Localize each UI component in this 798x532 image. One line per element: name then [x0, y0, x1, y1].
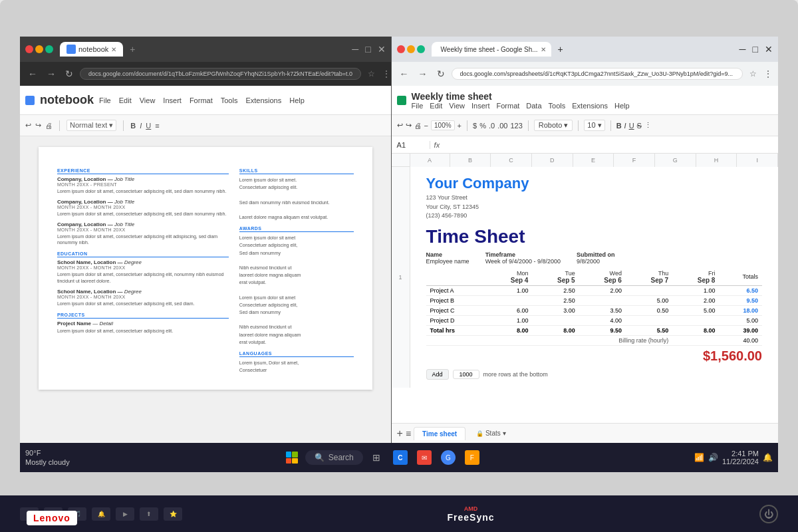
bottom-icon-4[interactable]: 🔔 — [92, 507, 110, 521]
taskbar-app-3[interactable]: G — [438, 447, 459, 468]
sheets-minimize[interactable]: ─ — [739, 44, 746, 55]
sheets-zoom-level[interactable]: 100% — [431, 120, 455, 130]
sheets-menu-extensions[interactable]: Extensions — [572, 102, 608, 110]
power-button[interactable]: ⏻ — [759, 505, 778, 523]
add-sheet-btn[interactable]: + — [397, 428, 403, 440]
taskbar-app-1[interactable]: C — [390, 447, 411, 468]
docs-min-btn[interactable] — [35, 45, 43, 53]
docs-menu-format[interactable]: Format — [190, 96, 213, 104]
sheets-menu-help[interactable]: Help — [614, 102, 630, 110]
sheets-percent-btn[interactable]: % — [479, 122, 486, 130]
sheets-max-btn[interactable] — [417, 45, 425, 53]
sheets-restore[interactable]: □ — [753, 44, 758, 55]
docs-bold-btn[interactable]: B — [130, 122, 136, 130]
docs-undo-icon[interactable]: ↩ — [25, 121, 31, 130]
docs-close-btn[interactable] — [25, 45, 33, 53]
docs-tab[interactable]: notebook ✕ — [60, 42, 123, 57]
cell-a1[interactable]: Your Company 123 Your Street Your City, … — [410, 167, 778, 388]
td-proj-b-tue: 2.50 — [532, 295, 579, 305]
docs-new-tab[interactable]: + — [130, 44, 135, 55]
ts-timeframe-value: Week of 9/4/2000 - 9/8/2000 — [485, 258, 561, 265]
docs-italic-btn[interactable]: I — [140, 122, 142, 130]
taskbar-search-bar[interactable]: 🔍 Search — [305, 450, 363, 465]
sheets-more-fmt[interactable]: ⋮ — [644, 121, 652, 130]
sheets-underline-btn[interactable]: U — [629, 122, 634, 130]
sheets-decimal-less[interactable]: .0 — [489, 122, 495, 130]
docs-underline-btn[interactable]: U — [146, 122, 151, 130]
sheets-bookmark-icon[interactable]: ☆ — [749, 69, 757, 78]
sheets-tab-close[interactable]: ✕ — [541, 46, 546, 53]
sheets-redo[interactable]: ↪ — [406, 121, 412, 130]
sheets-back-btn[interactable]: ← — [397, 67, 412, 80]
sheets-font-size[interactable]: 10 ▾ — [584, 120, 604, 131]
taskbar-notification-icon[interactable]: 🔔 — [763, 453, 773, 462]
sheets-menu-edit[interactable]: Edit — [430, 102, 442, 110]
docs-restore[interactable]: □ — [365, 44, 370, 55]
sheets-menu-format[interactable]: Format — [496, 102, 519, 110]
sheets-forward-btn[interactable]: → — [416, 67, 430, 80]
sheets-strikethrough-btn[interactable]: S — [637, 122, 642, 130]
docs-reload-btn[interactable]: ↻ — [63, 67, 76, 80]
sheets-zoom-in[interactable]: + — [458, 122, 462, 130]
sheets-menu-file[interactable]: File — [412, 102, 424, 110]
docs-tab-close[interactable]: ✕ — [111, 46, 116, 53]
start-btn[interactable] — [281, 447, 303, 468]
sheets-print[interactable]: 🖨 — [414, 122, 422, 130]
sheets-min-btn[interactable] — [407, 45, 415, 53]
sheet-tab-stats[interactable]: 🔒 Stats ▾ — [468, 427, 513, 440]
docs-menu-tools[interactable]: Tools — [221, 96, 238, 104]
docs-close[interactable]: ✕ — [378, 44, 386, 55]
bottom-icon-7[interactable]: ⭐ — [164, 507, 182, 521]
sheets-close[interactable]: ✕ — [765, 44, 773, 55]
docs-forward-btn[interactable]: → — [44, 67, 59, 80]
sheets-url-bar[interactable]: docs.google.com/spreadsheets/d/1cRqKT3pL… — [452, 68, 743, 80]
format-divider — [59, 120, 60, 131]
rows-count-input[interactable] — [453, 370, 479, 379]
sheets-font[interactable]: Roboto ▾ — [534, 120, 573, 131]
docs-bookmark-icon[interactable]: ☆ — [368, 69, 375, 78]
docs-menu-help[interactable]: Help — [289, 96, 305, 104]
sheets-reload-btn[interactable]: ↻ — [434, 67, 448, 80]
docs-print-icon[interactable]: 🖨 — [45, 122, 53, 130]
docs-menu-insert[interactable]: Insert — [163, 96, 182, 104]
sheets-close-btn[interactable] — [397, 45, 405, 53]
taskbar-app-4[interactable]: F — [462, 447, 483, 468]
sheets-menu-insert[interactable]: Insert — [471, 102, 490, 110]
taskbar-network-icon[interactable]: 📶 — [694, 453, 704, 462]
docs-minimize[interactable]: ─ — [352, 44, 358, 55]
sheets-tab-menu[interactable]: ≡ — [406, 428, 411, 439]
sheets-zoom-out[interactable]: − — [424, 122, 428, 130]
sheets-more-icon[interactable]: ⋮ — [763, 68, 773, 79]
sheets-currency-btn[interactable]: $ — [473, 122, 477, 130]
docs-menu-view[interactable]: View — [140, 96, 156, 104]
docs-back-btn[interactable]: ← — [25, 67, 40, 80]
sheets-number-fmt[interactable]: 123 — [510, 122, 522, 130]
taskbar-app-2[interactable]: ✉ — [414, 447, 435, 468]
taskview-btn[interactable]: ⊞ — [366, 447, 387, 468]
sheets-tab[interactable]: Weekly time sheet - Google Sh... ✕ — [432, 42, 551, 57]
sheets-undo[interactable]: ↩ — [397, 121, 403, 130]
sheet-tab-timesheet[interactable]: Time sheet — [414, 427, 466, 440]
docs-more-icon[interactable]: ⋮ — [382, 68, 391, 79]
sheets-menu-data[interactable]: Data — [526, 102, 541, 110]
docs-font-select[interactable]: Normal text ▾ — [66, 120, 116, 131]
sheets-menu-view[interactable]: View — [449, 102, 465, 110]
docs-menu-extensions[interactable]: Extensions — [245, 96, 281, 104]
sheets-menu-tools[interactable]: Tools — [549, 102, 566, 110]
docs-redo-icon[interactable]: ↪ — [35, 121, 41, 130]
add-rows-btn[interactable]: Add — [426, 369, 449, 380]
sheets-decimal-more[interactable]: .00 — [497, 122, 507, 130]
bottom-icon-6[interactable]: ⬆ — [140, 507, 158, 521]
docs-max-btn[interactable] — [45, 45, 53, 53]
docs-menu-edit[interactable]: Edit — [119, 96, 132, 104]
sheets-new-tab[interactable]: + — [558, 44, 563, 55]
docs-align-icon[interactable]: ≡ — [155, 122, 159, 130]
taskbar-volume-icon[interactable]: 🔊 — [708, 453, 718, 462]
docs-url-bar[interactable]: docs.google.com/document/d/1qTbLoFzmkEPG… — [80, 68, 361, 80]
sheets-cell-ref[interactable]: A1 — [397, 141, 430, 149]
bottom-icon-5[interactable]: ▶ — [116, 507, 134, 521]
td-proj-c-tue: 3.00 — [532, 305, 579, 315]
sheets-bold-btn[interactable]: B — [616, 122, 622, 130]
sheets-italic-btn[interactable]: I — [624, 122, 626, 130]
docs-menu-file[interactable]: File — [99, 96, 111, 104]
